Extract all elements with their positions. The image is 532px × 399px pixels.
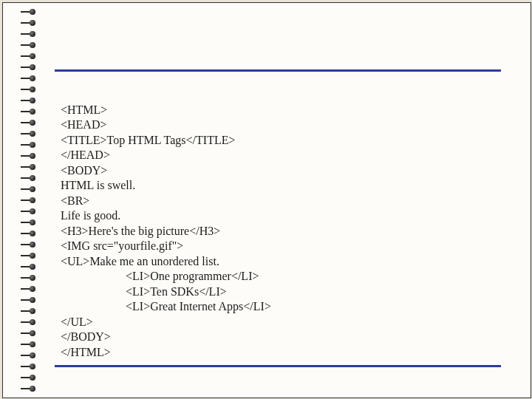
code-line: </UL>: [61, 316, 93, 328]
ring-icon: [21, 142, 37, 148]
ring-icon: [21, 275, 37, 281]
ring-icon: [21, 242, 37, 248]
ring-icon: [21, 352, 37, 358]
slide-page: <HTML> <HEAD> <TITLE>Top HTML Tags</TITL…: [2, 2, 531, 398]
ring-icon: [21, 42, 37, 48]
code-line: <LI>Great Internet Apps</LI>: [126, 300, 271, 313]
ring-icon: [21, 20, 37, 26]
ring-icon: [21, 341, 37, 347]
code-line: <H3>Here's the big picture</H3>: [61, 225, 220, 237]
ring-icon: [21, 131, 37, 137]
ring-icon: [21, 253, 37, 259]
ring-icon: [21, 86, 37, 92]
ring-icon: [21, 164, 37, 170]
code-line: <BODY>: [61, 164, 107, 177]
ring-icon: [21, 286, 37, 292]
horizontal-rule-bottom: [55, 365, 501, 367]
horizontal-rule-top: [55, 69, 501, 72]
code-line: <HEAD>: [61, 118, 106, 131]
ring-icon: [21, 231, 37, 236]
spiral-binding: [21, 9, 37, 392]
ring-icon: [21, 364, 37, 369]
code-block: <HTML> <HEAD> <TITLE>Top HTML Tags</TITL…: [61, 87, 271, 375]
code-line: <IMG src="yourfile.gif">: [61, 239, 183, 252]
ring-icon: [21, 319, 37, 325]
code-line: <TITLE>Top HTML Tags</TITLE>: [61, 134, 235, 146]
ring-icon: [21, 197, 37, 203]
code-line: </HEAD>: [61, 149, 110, 161]
code-line: <HTML>: [61, 103, 107, 116]
ring-icon: [21, 330, 37, 336]
ring-icon: [21, 186, 37, 192]
ring-icon: [21, 386, 37, 392]
code-line: <LI>Ten SDKs</LI>: [126, 285, 227, 298]
ring-icon: [21, 153, 37, 159]
code-line: <UL>Make me an unordered list.: [61, 255, 219, 267]
ring-icon: [21, 64, 37, 70]
ring-icon: [21, 53, 37, 59]
code-line: </BODY>: [61, 330, 111, 343]
ring-icon: [21, 375, 37, 381]
ring-icon: [21, 98, 37, 103]
ring-icon: [21, 264, 37, 270]
ring-icon: [21, 120, 37, 126]
ring-icon: [21, 208, 37, 214]
code-line: <LI>One programmer</LI>: [126, 270, 259, 282]
ring-icon: [21, 219, 37, 225]
code-line: HTML is swell.: [61, 179, 135, 191]
ring-icon: [21, 75, 37, 81]
code-line: Life is good.: [61, 209, 120, 222]
ring-icon: [21, 109, 37, 115]
ring-icon: [21, 308, 37, 314]
ring-icon: [21, 175, 37, 181]
code-line: <BR>: [61, 194, 89, 207]
code-line: </HTML>: [61, 346, 111, 358]
ring-icon: [21, 9, 37, 15]
ring-icon: [21, 297, 37, 303]
ring-icon: [21, 31, 37, 37]
